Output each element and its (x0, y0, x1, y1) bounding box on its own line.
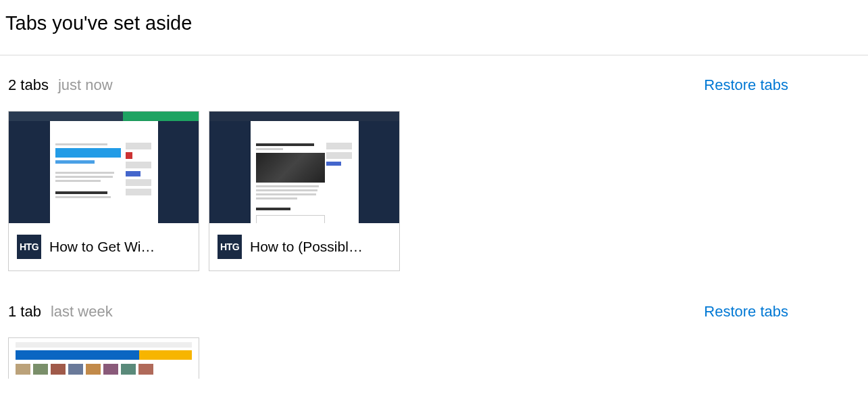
group-count-label: 2 tabs (8, 76, 49, 94)
restore-tabs-link[interactable]: Restore tabs (704, 76, 788, 94)
tab-group: 2 tabs just now Restore tabs (0, 55, 868, 271)
group-time-label: just now (58, 76, 704, 94)
tab-title: How to Get Wi… (49, 239, 155, 255)
tab-card[interactable] (8, 337, 199, 379)
tabs-row: HTG How to Get Wi… (8, 111, 860, 271)
group-time-label: last week (51, 303, 704, 321)
group-count-label: 1 tab (8, 303, 41, 321)
group-header: 1 tab last week Restore tabs (8, 290, 860, 337)
tab-caption: HTG How to Get Wi… (9, 223, 199, 270)
tabs-row (8, 337, 860, 379)
restore-tabs-link[interactable]: Restore tabs (704, 303, 788, 321)
favicon-htg: HTG (218, 235, 242, 259)
tab-group: 1 tab last week Restore tabs (0, 271, 868, 379)
favicon-htg: HTG (17, 235, 41, 259)
more-button[interactable] (806, 72, 833, 99)
tab-title: How to (Possibl… (250, 239, 363, 255)
more-button[interactable] (806, 298, 833, 325)
tab-card[interactable]: HTG How to Get Wi… (8, 111, 199, 271)
tab-card[interactable]: HTG How to (Possibl… (209, 111, 400, 271)
panel-header: Tabs you've set aside (0, 0, 868, 55)
tab-thumbnail (9, 338, 199, 379)
page-title: Tabs you've set aside (5, 12, 863, 34)
tab-thumbnail (9, 112, 199, 223)
tab-caption: HTG How to (Possibl… (209, 223, 399, 270)
close-group-button[interactable] (833, 298, 860, 325)
close-group-button[interactable] (833, 72, 860, 99)
tab-thumbnail (209, 112, 399, 223)
group-header: 2 tabs just now Restore tabs (8, 64, 860, 111)
